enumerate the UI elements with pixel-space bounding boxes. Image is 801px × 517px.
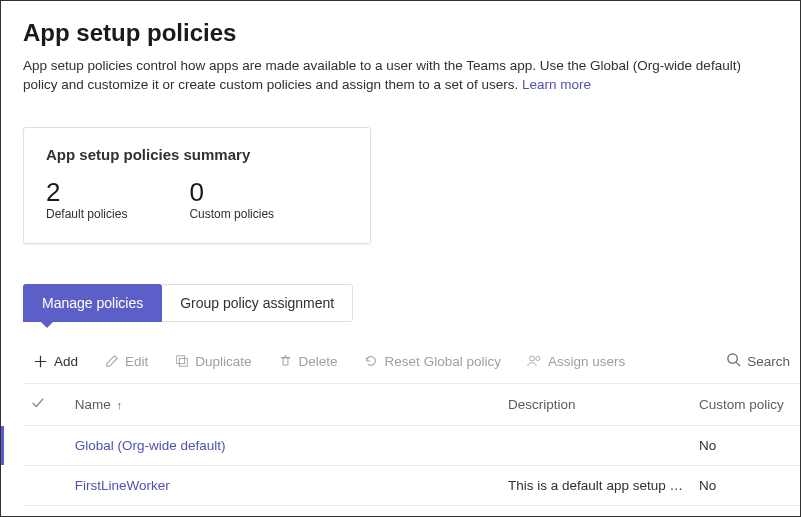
duplicate-icon bbox=[174, 354, 189, 369]
tabs: Manage policies Group policy assignment bbox=[23, 284, 800, 322]
delete-label: Delete bbox=[299, 354, 338, 369]
row-checkbox[interactable] bbox=[23, 425, 67, 465]
table-row[interactable]: FirstLineWorker This is a default app se… bbox=[23, 465, 800, 505]
add-label: Add bbox=[54, 354, 78, 369]
description-text: App setup policies control how apps are … bbox=[23, 58, 741, 92]
assign-label: Assign users bbox=[548, 354, 625, 369]
toolbar: Add Edit Duplicate Delete Reset Global p… bbox=[23, 344, 800, 384]
learn-more-link[interactable]: Learn more bbox=[522, 77, 591, 92]
tab-group-policy-assignment[interactable]: Group policy assignment bbox=[162, 284, 353, 322]
policy-description: This is a default app setup … bbox=[508, 478, 683, 493]
column-custom-header[interactable]: Custom policy bbox=[691, 384, 800, 426]
sort-ascending-icon: ↑ bbox=[114, 399, 122, 411]
column-description-header[interactable]: Description bbox=[500, 384, 691, 426]
summary-card: App setup policies summary 2 Default pol… bbox=[23, 127, 371, 244]
metric-label: Custom policies bbox=[189, 207, 274, 221]
edit-label: Edit bbox=[125, 354, 148, 369]
metric-label: Default policies bbox=[46, 207, 127, 221]
policies-table: Name ↑ Description Custom policy Global … bbox=[23, 384, 800, 506]
edit-button[interactable]: Edit bbox=[94, 350, 158, 373]
policy-custom-value: No bbox=[699, 478, 716, 493]
search-icon bbox=[726, 352, 741, 370]
policy-name-link[interactable]: FirstLineWorker bbox=[75, 478, 170, 493]
duplicate-label: Duplicate bbox=[195, 354, 251, 369]
search-input[interactable]: Search bbox=[726, 352, 800, 370]
svg-rect-1 bbox=[179, 359, 187, 367]
page-title: App setup policies bbox=[23, 19, 800, 47]
assign-users-button[interactable]: Assign users bbox=[517, 350, 635, 373]
page-description: App setup policies control how apps are … bbox=[23, 57, 763, 95]
svg-rect-0 bbox=[177, 356, 185, 364]
policy-name-link[interactable]: Global (Org-wide default) bbox=[75, 438, 226, 453]
metric-custom-policies: 0 Custom policies bbox=[189, 179, 274, 221]
svg-point-2 bbox=[529, 356, 534, 361]
svg-point-3 bbox=[536, 357, 540, 361]
select-all-checkbox[interactable] bbox=[23, 384, 67, 426]
policy-custom-value: No bbox=[699, 438, 716, 453]
metric-value: 2 bbox=[46, 179, 127, 205]
metric-value: 0 bbox=[189, 179, 274, 205]
svg-point-4 bbox=[728, 354, 737, 363]
reset-icon bbox=[364, 354, 379, 369]
pencil-icon bbox=[104, 354, 119, 369]
search-label: Search bbox=[747, 354, 790, 369]
metric-default-policies: 2 Default policies bbox=[46, 179, 127, 221]
trash-icon bbox=[278, 354, 293, 369]
add-button[interactable]: Add bbox=[23, 350, 88, 373]
plus-icon bbox=[33, 354, 48, 369]
tab-manage-policies[interactable]: Manage policies bbox=[23, 284, 162, 322]
checkmark-icon bbox=[31, 396, 45, 410]
column-name-label: Name bbox=[75, 397, 111, 412]
row-checkbox[interactable] bbox=[23, 465, 67, 505]
delete-button[interactable]: Delete bbox=[268, 350, 348, 373]
reset-label: Reset Global policy bbox=[385, 354, 501, 369]
duplicate-button[interactable]: Duplicate bbox=[164, 350, 261, 373]
column-name-header[interactable]: Name ↑ bbox=[67, 384, 500, 426]
reset-button[interactable]: Reset Global policy bbox=[354, 350, 511, 373]
summary-title: App setup policies summary bbox=[46, 146, 348, 163]
table-row[interactable]: Global (Org-wide default) No bbox=[23, 425, 800, 465]
users-icon bbox=[527, 354, 542, 369]
